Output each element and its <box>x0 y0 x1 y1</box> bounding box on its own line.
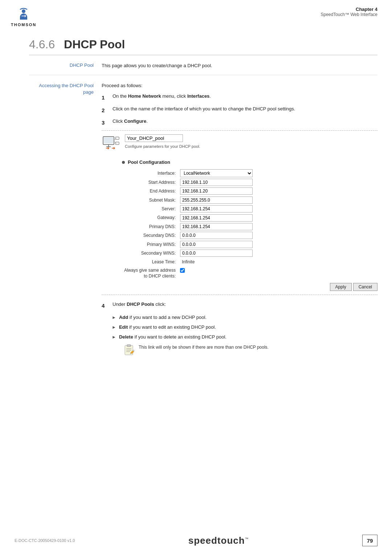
chapter-label: Chapter 4 <box>320 7 377 12</box>
note-icon <box>123 344 135 356</box>
form-row-subnet-mask: Subnet Mask: <box>122 197 377 204</box>
subnet-mask-label: Subnet Mask: <box>122 197 180 204</box>
step-4-bullet-delete: ► Delete if you want to delete an existi… <box>112 333 377 341</box>
always-same-address-checkbox[interactable] <box>180 268 185 273</box>
step-4-text: Under DHCP Pools click: <box>113 301 377 308</box>
step-1-num: 1 <box>102 93 110 102</box>
form-table: Interface: LocalNetwork Start Address: E… <box>122 169 377 280</box>
accessing-content: Proceed as follows: 1 On the Home Networ… <box>102 82 377 356</box>
server-label: Server: <box>122 205 180 212</box>
page-title: 4.6.6 DHCP Pool <box>29 38 377 51</box>
configure-subtitle: Configure parameters for your DHCP pool. <box>125 143 200 150</box>
step-1: 1 On the Home Network menu, click Interf… <box>102 93 377 102</box>
gateway-label: Gateway: <box>122 214 180 221</box>
cancel-button[interactable]: Cancel <box>353 283 377 291</box>
configure-title-area: Configure parameters for your DHCP pool. <box>125 134 200 150</box>
configure-header: Configure parameters for your DHCP pool. <box>102 134 377 153</box>
page-number: 79 <box>362 535 377 546</box>
configure-panel-icon <box>102 134 121 153</box>
pool-config-title: Pool Configuration <box>128 158 170 166</box>
end-address-input[interactable] <box>180 187 253 195</box>
step-4-edit-text: Edit if you want to edit an existing DHC… <box>119 323 216 331</box>
step-2-num: 2 <box>102 106 110 115</box>
thomson-logo-icon <box>15 7 32 22</box>
dhcp-pool-label: DHCP Pool <box>29 62 102 70</box>
interface-label: Interface: <box>122 170 180 177</box>
step-4-bullets: ► Add if you want to add a new DCHP pool… <box>112 313 377 341</box>
form-row-start-address: Start Address: <box>122 179 377 186</box>
lease-time-label: Lease Time: <box>122 258 180 266</box>
footer-brand-text: speedtouch™ <box>188 535 249 546</box>
form-row-secondary-wins: Secondary WINS: <box>122 250 377 257</box>
svg-rect-7 <box>115 137 119 139</box>
chapter-info: Chapter 4 SpeedTouch™ Web Interface <box>320 7 377 17</box>
accessing-section: Accessing the DHCP Pool page Proceed as … <box>29 75 377 361</box>
arrow-bullet-add: ► <box>112 314 116 321</box>
secondary-dns-label: Secundary DNS: <box>122 232 180 239</box>
title-area: 4.6.6 DHCP Pool <box>0 27 392 55</box>
footer-doc-id: E-DOC-CTC-20050429-0100 v1.0 <box>15 538 75 543</box>
step-3-text: Click Configure. <box>113 118 377 125</box>
form-row-lease-time: Lease Time: Infinite <box>122 258 377 266</box>
step-4-area: 4 Under DHCP Pools click: ► Add if you w… <box>102 301 377 356</box>
pool-config-bullet <box>122 161 125 164</box>
arrow-bullet-delete: ► <box>112 333 116 341</box>
always-same-address-label: Always give same address to DHCP clients… <box>122 267 180 280</box>
primary-wins-input[interactable] <box>180 241 253 248</box>
subnet-mask-input[interactable] <box>180 197 253 204</box>
main-content: DHCP Pool This page allows you to create… <box>0 55 392 361</box>
apply-button[interactable]: Apply <box>330 283 352 291</box>
brand-tm: ™ <box>245 537 249 541</box>
start-address-input[interactable] <box>180 179 253 186</box>
step-4-bullet-add: ► Add if you want to add a new DCHP pool… <box>112 313 377 321</box>
form-row-primary-wins: Primary WINS: <box>122 241 377 248</box>
server-input[interactable] <box>180 205 253 212</box>
secondary-wins-label: Secondary WINS: <box>122 250 180 257</box>
svg-point-0 <box>22 9 25 13</box>
gateway-input[interactable] <box>180 214 253 222</box>
lease-time-value: Infinite <box>180 258 195 266</box>
button-row: Apply Cancel <box>102 283 377 291</box>
step-4-add-text: Add if you want to add a new DCHP pool. <box>119 313 207 321</box>
form-row-gateway: Gateway: <box>122 214 377 221</box>
chapter-subtitle: SpeedTouch™ Web Interface <box>320 12 377 17</box>
primary-wins-label: Primary WINS: <box>122 241 180 248</box>
end-address-label: End Address: <box>122 187 180 195</box>
form-row-secondary-dns: Secundary DNS: <box>122 232 377 239</box>
dhcp-pool-section: DHCP Pool This page allows you to create… <box>29 55 377 75</box>
section-number: 4.6.6 <box>29 38 55 51</box>
form-row-interface: Interface: LocalNetwork <box>122 169 377 177</box>
form-row-always-same-address: Always give same address to DHCP clients… <box>122 267 377 280</box>
interface-select[interactable]: LocalNetwork <box>180 169 253 177</box>
step-3: 3 Click Configure. <box>102 118 377 127</box>
configure-panel: Configure parameters for your DHCP pool.… <box>102 130 377 295</box>
step-2: 2 Click on the name of the interface of … <box>102 105 377 115</box>
secondary-wins-input[interactable] <box>180 250 253 257</box>
note-text: This link will only be shown if there ar… <box>139 344 269 351</box>
brand-plain: speed <box>188 535 217 546</box>
svg-rect-8 <box>115 142 119 145</box>
dhcp-pool-description: This page allows you to create/change a … <box>102 62 377 70</box>
pool-config-header: Pool Configuration <box>122 158 377 166</box>
dhcp-pool-name-input[interactable] <box>125 134 183 142</box>
thomson-logo: THOMSON <box>11 7 36 27</box>
arrow-bullet-edit: ► <box>112 324 116 331</box>
start-address-label: Start Address: <box>122 179 180 186</box>
step-4-delete-text: Delete if you want to delete an existing… <box>119 333 226 341</box>
step-4-bullet-edit: ► Edit if you want to edit an existing D… <box>112 323 377 331</box>
step-3-num: 3 <box>102 118 110 127</box>
form-row-end-address: End Address: <box>122 187 377 195</box>
step-4: 4 Under DHCP Pools click: <box>102 301 377 311</box>
step-4-num: 4 <box>102 301 110 311</box>
form-row-server: Server: <box>122 205 377 212</box>
page-footer: E-DOC-CTC-20050429-0100 v1.0 speedtouch™… <box>0 535 392 546</box>
secondary-dns-input[interactable] <box>180 232 253 239</box>
section-title: DHCP Pool <box>64 38 125 51</box>
primary-dns-label: Primary DNS: <box>122 223 180 230</box>
primary-dns-input[interactable] <box>180 223 253 230</box>
step-2-text: Click on the name of the interface of wh… <box>113 105 377 113</box>
page-header: THOMSON Chapter 4 SpeedTouch™ Web Interf… <box>0 0 392 27</box>
svg-rect-2 <box>104 137 113 143</box>
svg-rect-10 <box>127 345 131 347</box>
proceed-intro: Proceed as follows: <box>102 82 377 90</box>
